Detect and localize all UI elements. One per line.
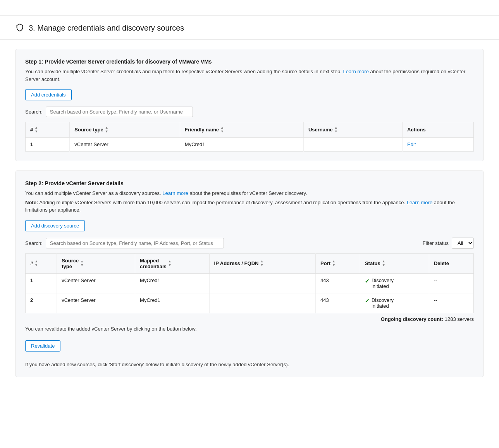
col-num-1: #▲▼ xyxy=(26,122,70,138)
step2-search-filter-row: Search: Filter status All xyxy=(25,238,474,249)
col-friendly-name: Friendly name▲▼ xyxy=(180,122,303,138)
cell-ip-fqdn-1 xyxy=(209,273,316,293)
step2-learn-more-3-link[interactable]: Learn more xyxy=(407,200,432,205)
sort-ip-fqdn: ▲▼ xyxy=(260,260,263,267)
step1-desc-text: You can provide multiple vCenter Server … xyxy=(25,69,342,74)
cell-source-type-2: vCenter Server xyxy=(57,293,135,313)
col-ip-fqdn: IP Address / FQDN ▲▼ xyxy=(209,253,316,273)
step2-learn-more-2-link[interactable]: Learn more xyxy=(162,190,188,196)
sort-username: ▲▼ xyxy=(334,126,338,133)
step2-note: Note: Adding multiple vCenter Servers wi… xyxy=(25,199,474,214)
page-header: 3. Manage credentials and discovery sour… xyxy=(0,16,499,40)
cell-num-1: 1 xyxy=(26,273,57,293)
filter-status-label: Filter status xyxy=(423,240,449,246)
status-text-2: Discoveryinitiated xyxy=(372,297,394,309)
table-row: 2 vCenter Server MyCred1 443 ✔ Discovery… xyxy=(26,293,474,313)
cell-friendly-name: MyCred1 xyxy=(180,138,303,152)
page-title: 3. Manage credentials and discovery sour… xyxy=(29,24,184,33)
step1-search-input[interactable] xyxy=(46,107,193,117)
filter-row: Filter status All xyxy=(423,238,474,249)
cell-status-2: ✔ Discoveryinitiated xyxy=(360,293,429,313)
cell-port-2: 443 xyxy=(316,293,360,313)
cell-port-1: 443 xyxy=(316,273,360,293)
revalidate-note: You can revalidate the added vCenter Ser… xyxy=(25,326,474,332)
sort-num-1: ▲▼ xyxy=(34,126,38,133)
status-text-1: Discoveryinitiated xyxy=(372,277,394,289)
add-discovery-source-button[interactable]: Add discovery source xyxy=(25,220,85,231)
cell-username xyxy=(303,138,402,152)
shield-icon xyxy=(15,23,24,33)
sort-source-type-1: ▲▼ xyxy=(105,126,108,133)
cell-actions: Edit xyxy=(403,138,474,152)
cell-source-type: vCenter Server xyxy=(70,138,180,152)
add-credentials-button[interactable]: Add credentials xyxy=(25,89,72,100)
step2-search-label: Search: xyxy=(25,240,43,246)
col-actions: Actions xyxy=(403,122,474,138)
step2-search-left: Search: xyxy=(25,238,224,248)
note-main-text: Adding multiple vCenter Servers with mor… xyxy=(39,200,405,205)
step1-title: Step 1: Provide vCenter Server credentia… xyxy=(25,59,474,65)
step1-section: Step 1: Provide vCenter Server credentia… xyxy=(15,49,484,161)
cell-num-2: 2 xyxy=(26,293,57,313)
cell-delete-1: -- xyxy=(429,273,473,293)
col-source-type-1: Source type▲▼ xyxy=(70,122,180,138)
top-bar xyxy=(0,0,499,16)
step2-desc1-b: about the prerequisites for vCenter Serv… xyxy=(189,190,307,196)
sort-num-2: ▲▼ xyxy=(34,260,38,267)
cell-delete-2: -- xyxy=(429,293,473,313)
step1-learn-more-link[interactable]: Learn more xyxy=(343,69,368,74)
main-content: Step 1: Provide vCenter Server credentia… xyxy=(0,40,499,396)
sort-mapped-creds: ▲▼ xyxy=(168,260,172,267)
step1-search-row: Search: xyxy=(25,107,474,117)
ongoing-value: 1283 servers xyxy=(445,316,474,322)
table-row: 1 vCenter Server MyCred1 443 ✔ Discovery… xyxy=(26,273,474,293)
cell-mapped-creds-1: MyCred1 xyxy=(135,273,209,293)
step2-search-input[interactable] xyxy=(46,238,224,248)
cell-num: 1 xyxy=(26,138,70,152)
revalidate-button[interactable]: Revalidate xyxy=(25,340,60,352)
page-wrapper: 3. Manage credentials and discovery sour… xyxy=(0,0,499,448)
check-icon-2: ✔ xyxy=(365,298,370,304)
step1-search-label: Search: xyxy=(25,109,43,115)
sort-friendly-name: ▲▼ xyxy=(220,126,224,133)
sort-source-type-2: ▲▼ xyxy=(80,260,84,267)
note-prefix: Note: xyxy=(25,200,38,205)
step2-desc1: You can add multiple vCenter Server as a… xyxy=(25,190,474,197)
col-num-2: # ▲▼ xyxy=(26,253,57,273)
step2-table: # ▲▼ Sourcetype ▲▼ Mappedcredentials ▲▼ … xyxy=(25,253,474,313)
ongoing-label: Ongoing discovery count: xyxy=(381,316,443,322)
col-delete: Delete xyxy=(429,253,473,273)
col-mapped-creds: Mappedcredentials ▲▼ xyxy=(135,253,209,273)
step2-section: Step 2: Provide vCenter Server details Y… xyxy=(15,171,484,377)
sort-status: ▲▼ xyxy=(382,260,385,267)
cell-mapped-creds-2: MyCred1 xyxy=(135,293,209,313)
check-icon-1: ✔ xyxy=(365,278,370,284)
table-row: 1 vCenter Server MyCred1 Edit xyxy=(26,138,474,152)
col-status: Status ▲▼ xyxy=(360,253,429,273)
col-source-type-2: Sourcetype ▲▼ xyxy=(57,253,135,273)
sort-port: ▲▼ xyxy=(332,260,336,267)
filter-status-select[interactable]: All xyxy=(452,238,474,249)
step1-table: #▲▼ Source type▲▼ Friendly name▲▼ Userna… xyxy=(25,122,474,152)
col-port: Port ▲▼ xyxy=(316,253,360,273)
cell-ip-fqdn-2 xyxy=(209,293,316,313)
cell-source-type-1: vCenter Server xyxy=(57,273,135,293)
col-username: Username▲▼ xyxy=(303,122,402,138)
step2-desc1-text: You can add multiple vCenter Server as a… xyxy=(25,190,161,196)
ongoing-discovery-row: Ongoing discovery count: 1283 servers xyxy=(25,313,474,324)
edit-link[interactable]: Edit xyxy=(407,141,416,147)
step2-title: Step 2: Provide vCenter Server details xyxy=(25,180,474,186)
final-note: If you have added new sources, click 'St… xyxy=(25,362,474,367)
step1-desc: You can provide multiple vCenter Server … xyxy=(25,68,474,83)
cell-status-1: ✔ Discoveryinitiated xyxy=(360,273,429,293)
